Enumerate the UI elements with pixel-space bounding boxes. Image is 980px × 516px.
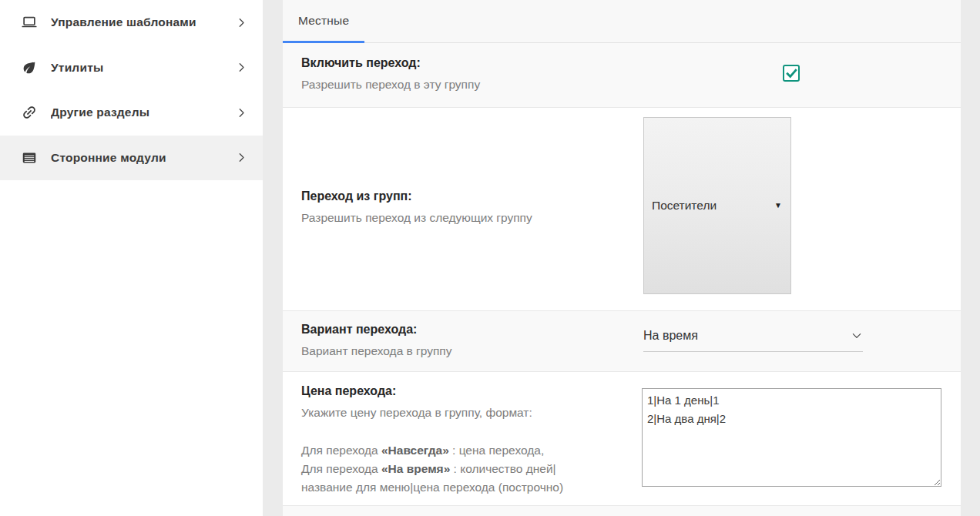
help-line: название для меню|цена перехода (построч… — [301, 478, 629, 497]
sidebar-item-label: Утилиты — [51, 61, 236, 75]
from-groups-selected-option: Посетители — [644, 199, 774, 213]
enable-transition-checkbox[interactable] — [783, 65, 800, 82]
field-label-block: Переход из групп: Разрешить переход из с… — [301, 189, 629, 227]
field-label-block: Вариант перехода: Вариант перехода в гру… — [301, 323, 629, 360]
row-transition-variant: Вариант перехода: Вариант перехода в гру… — [283, 311, 961, 372]
sidebar-item-label: Управление шаблонами — [51, 15, 236, 29]
chain-link-icon — [21, 104, 38, 121]
chevron-right-icon — [236, 17, 247, 28]
sidebar: Управление шаблонами Утилиты Другие разд… — [0, 0, 263, 516]
field-title: Переход из групп: — [301, 189, 629, 203]
from-groups-select[interactable]: Посетители ▼ — [643, 117, 791, 294]
field-description: Разрешить переход из следующих группу — [301, 209, 629, 227]
field-description: Вариант перехода в группу — [301, 342, 629, 360]
sidebar-item-third-party-modules[interactable]: Сторонние модули — [0, 136, 263, 181]
field-description: Разрешить переход в эту группу — [301, 75, 629, 94]
next-row-partial — [283, 506, 961, 516]
row-enable-transition: Включить переход: Разрешить переход в эт… — [283, 43, 961, 108]
transition-price-textarea[interactable]: 1|На 1 день|1 2|На два дня|2 — [642, 388, 941, 487]
field-title: Включить переход: — [301, 56, 629, 70]
help-line: Для перехода «Навсегда» : цена перехода, — [301, 441, 629, 460]
field-title: Цена перехода: — [301, 384, 629, 398]
sidebar-item-label: Сторонние модули — [51, 151, 236, 165]
chevron-right-icon — [236, 62, 247, 73]
sidebar-item-template-management[interactable]: Управление шаблонами — [0, 0, 263, 45]
chevron-right-icon — [236, 152, 247, 163]
settings-panel: Местные Включить переход: Разрешить пере… — [283, 0, 961, 516]
field-title: Вариант перехода: — [301, 323, 629, 337]
dropdown-arrow-icon: ▼ — [774, 202, 790, 209]
row-from-groups: Переход из групп: Разрешить переход из с… — [283, 108, 961, 311]
help-line: Для перехода «На время» : количество дне… — [301, 460, 629, 478]
field-description: Укажите цену перехода в группу, формат: — [301, 404, 629, 422]
laptop-icon — [21, 14, 38, 31]
sidebar-item-label: Другие разделы — [51, 106, 236, 119]
checkmark-icon — [785, 67, 798, 80]
list-icon — [21, 149, 38, 166]
tab-local[interactable]: Местные — [283, 0, 364, 43]
sidebar-item-other-sections[interactable]: Другие разделы — [0, 90, 263, 136]
transition-variant-selected-option: На время — [643, 329, 698, 343]
field-help-text: Для перехода «Навсегда» : цена перехода,… — [301, 441, 629, 497]
chevron-right-icon — [236, 107, 247, 119]
sidebar-item-utilities[interactable]: Утилиты — [0, 45, 263, 91]
row-transition-price: Цена перехода: Укажите цену перехода в г… — [283, 372, 961, 506]
field-label-block: Цена перехода: Укажите цену перехода в г… — [301, 384, 629, 497]
tab-label: Местные — [298, 14, 349, 28]
leaf-icon — [21, 59, 38, 76]
tab-bar: Местные — [283, 0, 961, 43]
field-label-block: Включить переход: Разрешить переход в эт… — [301, 56, 629, 94]
transition-variant-select[interactable]: На время — [643, 329, 863, 352]
chevron-down-icon — [851, 330, 863, 342]
